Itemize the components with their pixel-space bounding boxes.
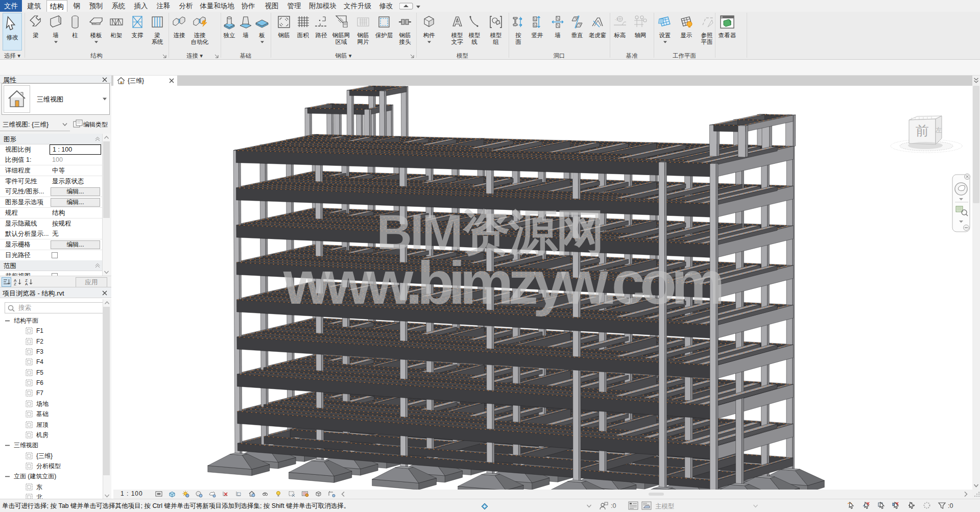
svg-text:前: 前 (916, 123, 929, 138)
svg-text:左: 左 (936, 126, 942, 134)
svg-text:Z: Z (14, 282, 16, 286)
svg-text:www.bimzyw.com: www.bimzyw.com (283, 249, 722, 316)
svg-text:-1: -1 (615, 17, 618, 21)
svg-text:A: A (25, 282, 28, 286)
